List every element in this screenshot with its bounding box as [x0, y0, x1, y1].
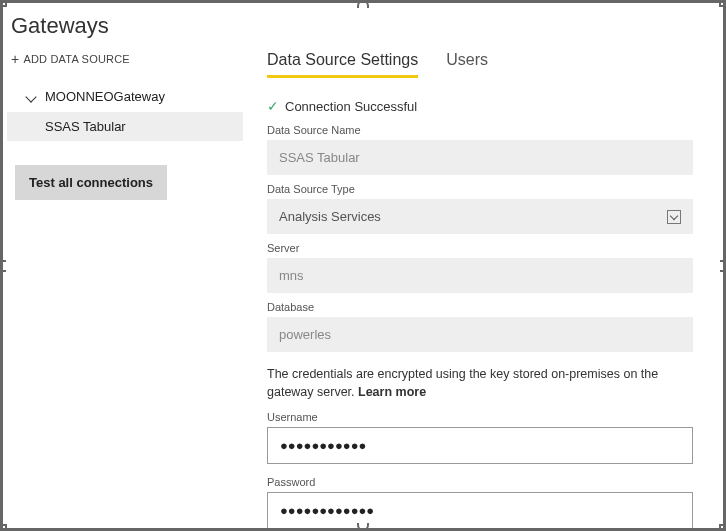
database-label: Database	[267, 301, 693, 313]
add-data-source-label: ADD DATA SOURCE	[23, 53, 130, 65]
server-field: mns	[267, 258, 693, 293]
resize-handle-icon[interactable]	[719, 0, 726, 7]
plus-icon: +	[11, 54, 19, 65]
datasource-name: SSAS Tabular	[45, 119, 126, 134]
database-field: powerles	[267, 317, 693, 352]
gateway-name: MOONNEOGateway	[45, 89, 165, 104]
resize-handle-icon[interactable]	[357, 0, 369, 8]
sidebar: Gateways + ADD DATA SOURCE MOONNEOGatewa…	[3, 3, 253, 528]
ds-type-value: Analysis Services	[279, 209, 381, 224]
test-all-connections-button[interactable]: Test all connections	[15, 165, 167, 200]
gateway-row[interactable]: MOONNEOGateway	[7, 83, 243, 110]
ds-name-label: Data Source Name	[267, 124, 693, 136]
password-input[interactable]	[267, 492, 693, 528]
resize-handle-icon[interactable]	[0, 0, 7, 7]
cred-note-text: The credentials are encrypted using the …	[267, 367, 658, 399]
add-data-source-button[interactable]: + ADD DATA SOURCE	[11, 53, 243, 65]
tab-users[interactable]: Users	[446, 51, 488, 78]
resize-handle-icon[interactable]	[0, 524, 7, 531]
page-title: Gateways	[11, 13, 243, 39]
status-text: Connection Successful	[285, 99, 417, 114]
learn-more-link[interactable]: Learn more	[358, 385, 426, 399]
datasource-row[interactable]: SSAS Tabular	[7, 112, 243, 141]
check-icon: ✓	[267, 98, 279, 114]
chevron-down-icon	[25, 91, 36, 102]
main-panel: Data Source Settings Users ✓ Connection …	[253, 3, 723, 528]
resize-handle-icon[interactable]	[719, 524, 726, 531]
password-label: Password	[267, 476, 693, 488]
tabs: Data Source Settings Users	[267, 51, 693, 78]
connection-status: ✓ Connection Successful	[267, 98, 693, 114]
ds-name-field: SSAS Tabular	[267, 140, 693, 175]
resize-handle-icon[interactable]	[357, 523, 369, 531]
credentials-note: The credentials are encrypted using the …	[267, 366, 693, 401]
tab-data-source-settings[interactable]: Data Source Settings	[267, 51, 418, 78]
chevron-down-icon	[667, 210, 681, 224]
ds-type-select[interactable]: Analysis Services	[267, 199, 693, 234]
resize-handle-icon[interactable]	[0, 260, 6, 272]
username-label: Username	[267, 411, 693, 423]
resize-handle-icon[interactable]	[720, 260, 726, 272]
ds-type-label: Data Source Type	[267, 183, 693, 195]
server-label: Server	[267, 242, 693, 254]
username-input[interactable]	[267, 427, 693, 464]
